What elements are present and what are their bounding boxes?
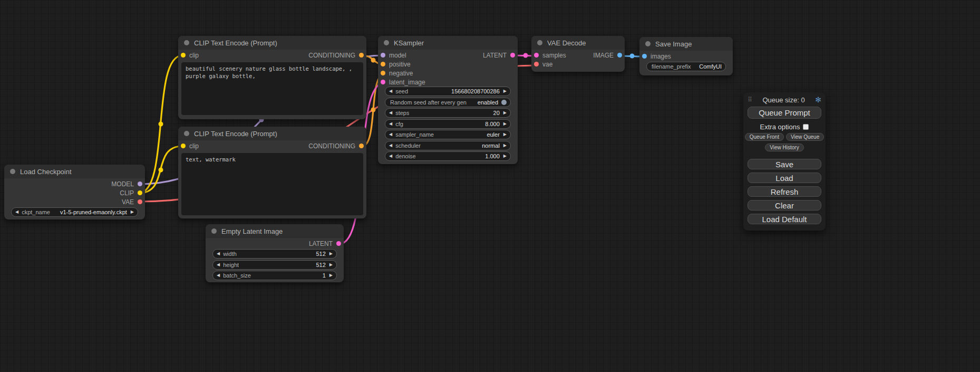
denoise-widget[interactable]: ◀ denoise 1.000 ▶ [385, 151, 511, 161]
collapse-dot-icon[interactable] [10, 169, 15, 174]
node-title: Load Checkpoint [20, 168, 72, 176]
ckpt-name-widget[interactable]: ◀ ckpt_name v1-5-pruned-emaonly.ckpt ▶ [11, 207, 138, 217]
widget-value: enabled [478, 99, 498, 106]
positive-input-port[interactable] [381, 62, 385, 66]
decrement-arrow-icon[interactable]: ◀ [389, 111, 392, 115]
node-title-bar[interactable]: KSampler [378, 36, 518, 50]
settings-gear-icon[interactable]: ✻ [815, 96, 821, 104]
queue-prompt-button[interactable]: Queue Prompt [748, 107, 821, 119]
widget-label: Random seed after every gen [390, 99, 467, 106]
latent-image-input-port[interactable] [381, 80, 385, 84]
node-load-checkpoint[interactable]: Load Checkpoint MODEL CLIP VAE ◀ ckpt_na… [4, 165, 145, 220]
latent-output-port[interactable] [510, 53, 515, 58]
collapse-dot-icon[interactable] [184, 131, 189, 136]
view-history-button[interactable]: View History [765, 144, 803, 151]
toggle-indicator-icon[interactable] [501, 100, 507, 105]
increment-arrow-icon[interactable]: ▶ [329, 263, 333, 267]
node-title-bar[interactable]: Empty Latent Image [206, 224, 344, 238]
increment-arrow-icon[interactable]: ▶ [503, 132, 507, 137]
latent-output-port[interactable] [336, 241, 341, 246]
node-graph-canvas[interactable]: Load Checkpoint MODEL CLIP VAE ◀ ckpt_na… [0, 0, 980, 372]
input-label-images: images [651, 53, 671, 60]
scheduler-widget[interactable]: ◀ scheduler normal ▶ [385, 141, 511, 150]
widget-label: batch_size [223, 272, 251, 279]
samples-input-port[interactable] [534, 53, 539, 58]
save-button[interactable]: Save [748, 159, 821, 169]
decrement-arrow-icon[interactable]: ◀ [217, 273, 220, 278]
collapse-dot-icon[interactable] [211, 228, 217, 234]
output-label-model: MODEL [111, 180, 134, 188]
input-label-clip: clip [189, 52, 199, 59]
collapse-dot-icon[interactable] [537, 40, 542, 45]
node-title: VAE Decode [547, 39, 586, 47]
collapse-dot-icon[interactable] [184, 40, 189, 45]
drag-handle-icon[interactable]: ⠿ [748, 96, 752, 103]
image-output-port[interactable] [617, 53, 622, 58]
collapse-dot-icon[interactable] [645, 41, 651, 46]
increment-arrow-icon[interactable]: ▶ [329, 252, 333, 256]
refresh-button[interactable]: Refresh [748, 186, 821, 197]
increment-arrow-icon[interactable]: ▶ [329, 273, 333, 278]
cfg-widget[interactable]: ◀ cfg 8.000 ▶ [385, 119, 511, 129]
input-label-clip: clip [189, 142, 199, 150]
output-label-latent: LATENT [309, 240, 333, 247]
vae-output-port[interactable] [138, 199, 142, 204]
filename-prefix-widget[interactable]: filename_prefix ComfyUI [646, 62, 726, 71]
node-title-bar[interactable]: CLIP Text Encode (Prompt) [178, 127, 366, 140]
node-clip-text-encode-positive[interactable]: CLIP Text Encode (Prompt) clip CONDITION… [178, 36, 366, 119]
images-input-port[interactable] [642, 54, 647, 59]
width-widget[interactable]: ◀ width 512 ▶ [212, 249, 337, 259]
clear-button[interactable]: Clear [748, 200, 821, 211]
node-title-bar[interactable]: CLIP Text Encode (Prompt) [178, 36, 366, 50]
random-seed-toggle-widget[interactable]: Random seed after every gen enabled [385, 98, 511, 107]
model-output-port[interactable] [138, 182, 142, 186]
widget-value: 512 [316, 251, 325, 257]
node-ksampler[interactable]: KSampler model LATENT positive negative … [378, 36, 518, 164]
decrement-arrow-icon[interactable]: ◀ [389, 154, 392, 158]
increment-arrow-icon[interactable]: ▶ [503, 111, 507, 115]
decrement-arrow-icon[interactable]: ◀ [389, 89, 392, 93]
vae-input-port[interactable] [534, 62, 539, 66]
node-empty-latent-image[interactable]: Empty Latent Image LATENT ◀ width 512 ▶ … [206, 224, 344, 282]
model-input-port[interactable] [381, 53, 385, 58]
load-button[interactable]: Load [748, 173, 821, 183]
input-label-latent-image: latent_image [389, 79, 425, 86]
increment-arrow-icon[interactable]: ▶ [503, 154, 507, 158]
node-title-bar[interactable]: Save Image [639, 37, 733, 51]
conditioning-output-port[interactable] [359, 144, 364, 148]
increment-arrow-icon[interactable]: ▶ [131, 210, 134, 214]
negative-prompt-textarea[interactable]: text, watermark [181, 153, 363, 215]
widget-label: height [223, 262, 239, 268]
load-default-button[interactable]: Load Default [748, 214, 821, 224]
conditioning-output-port[interactable] [359, 53, 364, 58]
height-widget[interactable]: ◀ height 512 ▶ [212, 260, 337, 270]
increment-arrow-icon[interactable]: ▶ [503, 122, 507, 126]
extra-options-checkbox[interactable] [803, 124, 809, 130]
decrement-arrow-icon[interactable]: ◀ [217, 263, 220, 267]
decrement-arrow-icon[interactable]: ◀ [389, 132, 392, 137]
positive-prompt-textarea[interactable]: beautiful scenery nature glass bottle la… [181, 62, 363, 115]
sampler-name-widget[interactable]: ◀ sampler_name euler ▶ [385, 130, 511, 139]
negative-input-port[interactable] [381, 71, 385, 75]
seed-widget[interactable]: ◀ seed 156680208700286 ▶ [385, 87, 511, 96]
collapse-dot-icon[interactable] [384, 40, 389, 45]
clip-input-port[interactable] [181, 53, 186, 58]
increment-arrow-icon[interactable]: ▶ [503, 89, 507, 93]
batch-size-widget[interactable]: ◀ batch_size 1 ▶ [212, 271, 337, 280]
node-vae-decode[interactable]: VAE Decode samples IMAGE vae [531, 36, 625, 72]
node-save-image[interactable]: Save Image images filename_prefix ComfyU… [639, 37, 733, 75]
node-title-bar[interactable]: VAE Decode [531, 36, 625, 50]
decrement-arrow-icon[interactable]: ◀ [15, 210, 18, 214]
decrement-arrow-icon[interactable]: ◀ [389, 122, 392, 126]
decrement-arrow-icon[interactable]: ◀ [389, 144, 392, 148]
view-queue-button[interactable]: View Queue [786, 133, 824, 141]
widget-label: filename_prefix [652, 63, 691, 70]
steps-widget[interactable]: ◀ steps 20 ▶ [385, 108, 511, 118]
clip-output-port[interactable] [138, 190, 142, 195]
queue-front-button[interactable]: Queue Front [745, 133, 784, 141]
decrement-arrow-icon[interactable]: ◀ [217, 252, 220, 256]
clip-input-port[interactable] [181, 144, 186, 148]
increment-arrow-icon[interactable]: ▶ [503, 144, 507, 148]
node-title-bar[interactable]: Load Checkpoint [4, 165, 145, 178]
node-clip-text-encode-negative[interactable]: CLIP Text Encode (Prompt) clip CONDITION… [178, 127, 366, 218]
